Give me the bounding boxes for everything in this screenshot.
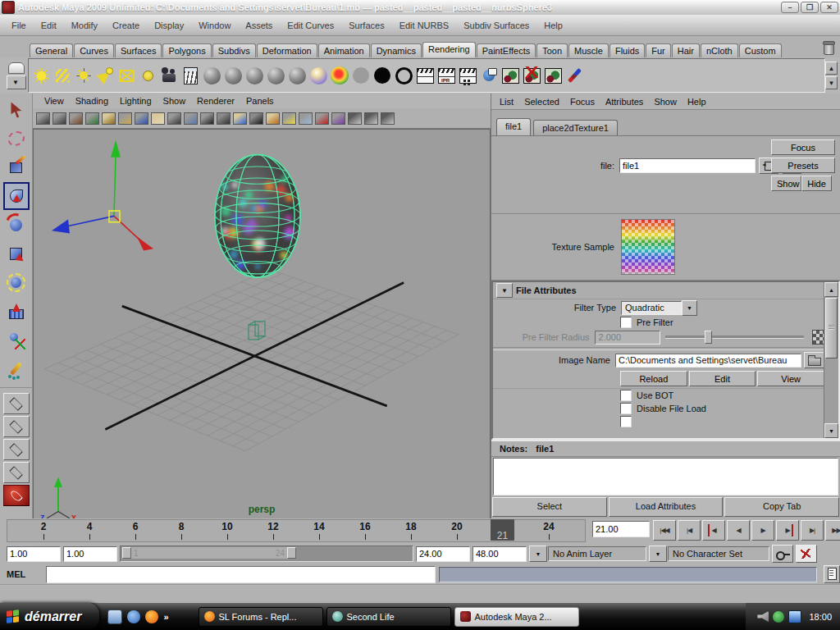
shelf-tab-custom[interactable]: Custom: [739, 43, 782, 57]
play-forwards-icon[interactable]: ▶: [751, 520, 774, 541]
task-second-life[interactable]: Second Life: [326, 607, 451, 627]
shelf-tab-fur[interactable]: Fur: [646, 43, 671, 57]
ae-tab-place2dtexture1[interactable]: place2dTexture1: [533, 120, 618, 135]
scroll-down-icon[interactable]: ▼: [824, 423, 838, 438]
auto-keyframe-icon[interactable]: [796, 545, 817, 563]
shelf-ramp-shader-icon[interactable]: [308, 62, 329, 89]
shelf-tab-muscle[interactable]: Muscle: [568, 43, 609, 57]
shelf-batch-render-icon[interactable]: [457, 62, 478, 89]
playback-end-input[interactable]: [416, 546, 470, 562]
menu-help[interactable]: Help: [537, 19, 569, 32]
viewport-camera-icon[interactable]: [36, 112, 50, 125]
shelf-tab-animation[interactable]: Animation: [318, 43, 370, 57]
range-slider-track[interactable]: 1 24: [120, 546, 413, 562]
viewport-leaf-icon[interactable]: [85, 112, 99, 125]
shelf-camera-icon[interactable]: [158, 62, 180, 89]
footer-load-attributes[interactable]: Load Attributes: [609, 497, 724, 517]
shelf-render-current-frame-icon[interactable]: [414, 62, 436, 89]
toolbox-scale-tool-icon[interactable]: [3, 240, 30, 267]
shelf-ring-swatch-icon[interactable]: [393, 62, 414, 89]
shelf-ipr-render-icon[interactable]: [436, 62, 457, 89]
frame-tick-20[interactable]: 20: [434, 520, 480, 541]
menu-subdiv-surfaces[interactable]: Subdiv Surfaces: [457, 19, 536, 32]
viewport-lightbulb-icon[interactable]: [282, 112, 296, 125]
viewport-film-icon[interactable]: [118, 112, 132, 125]
footer-select[interactable]: Select: [492, 497, 607, 517]
mel-label[interactable]: MEL: [7, 569, 43, 579]
set-key-icon[interactable]: [772, 545, 793, 563]
frame-tick-24[interactable]: 24: [526, 520, 572, 541]
frame-tick-8[interactable]: 8: [158, 520, 204, 541]
menu-edit-curves[interactable]: Edit Curves: [281, 19, 340, 32]
toolbox-show-manipulator-tool-icon[interactable]: [3, 326, 30, 354]
quicklaunch-mail-icon[interactable]: [107, 609, 122, 624]
slider-thumb[interactable]: [705, 331, 712, 344]
ae-tab-file1[interactable]: file1: [496, 118, 531, 135]
shelf-tab-dynamics[interactable]: Dynamics: [371, 43, 422, 57]
viewport-blue-cube-icon[interactable]: [233, 112, 247, 125]
collapse-arrow-icon[interactable]: ▼: [496, 283, 513, 298]
shelf-gray-swatch-icon[interactable]: [350, 62, 372, 89]
viewport-text-tool-icon[interactable]: [200, 112, 214, 125]
edit-button[interactable]: Edit: [689, 371, 756, 386]
shelf-tab-fluids[interactable]: Fluids: [609, 43, 645, 57]
layout-four-pane-button[interactable]: [3, 416, 30, 437]
viewport-menu-renderer[interactable]: Renderer: [197, 96, 235, 106]
current-time-input[interactable]: [592, 521, 650, 537]
viewport-beige-circle-icon[interactable]: [151, 112, 165, 125]
ae-menu-focus[interactable]: Focus: [570, 97, 595, 107]
start-button[interactable]: démarrer: [0, 603, 99, 630]
range-end-handle[interactable]: [287, 547, 296, 559]
viewport-wire-cube-icon[interactable]: [217, 112, 231, 125]
go-to-end-icon[interactable]: ▶▶|: [825, 520, 840, 541]
shelf-menu-arrow-icon[interactable]: [7, 75, 26, 89]
shelf-spot-light-icon[interactable]: [94, 62, 116, 89]
shelf-tab-painteffects[interactable]: PaintEffects: [477, 43, 536, 57]
script-editor-icon[interactable]: [824, 565, 840, 583]
viewport-menu-view[interactable]: View: [44, 96, 64, 106]
show-button[interactable]: Show: [771, 176, 801, 191]
shelf-tab-general[interactable]: General: [30, 43, 73, 57]
shelf-tab-subdivs[interactable]: Subdivs: [212, 43, 256, 57]
browse-folder-icon[interactable]: [804, 352, 824, 368]
layout-persp-outliner-button[interactable]: [3, 439, 30, 460]
viewport-menu-shading[interactable]: Shading: [75, 96, 108, 106]
menu-edit[interactable]: Edit: [34, 19, 63, 32]
hide-button[interactable]: Hide: [801, 176, 832, 191]
frame-tick-6[interactable]: 6: [112, 520, 158, 541]
frame-tick-16[interactable]: 16: [342, 520, 388, 541]
viewport-frame-icon[interactable]: [364, 112, 378, 125]
shelf-lambert-shader-icon[interactable]: [244, 62, 265, 89]
frame-tick-14[interactable]: 14: [296, 520, 342, 541]
scroll-up-icon[interactable]: ▲: [824, 282, 838, 297]
play-backwards-icon[interactable]: ◀: [727, 520, 750, 541]
tray-network-icon[interactable]: [788, 610, 801, 623]
cropped-checkbox[interactable]: [620, 416, 632, 427]
restore-button[interactable]: ❒: [801, 2, 819, 13]
shelf-tab-hair[interactable]: Hair: [672, 43, 700, 57]
shelf-ambient-light-icon[interactable]: [30, 62, 52, 89]
viewport-canvas[interactable]: zx persp: [33, 129, 491, 519]
viewport-boxes-icon[interactable]: [184, 112, 198, 125]
menu-create[interactable]: Create: [106, 19, 146, 32]
shelf-tab-deformation[interactable]: Deformation: [257, 43, 317, 57]
focus-button[interactable]: Focus: [771, 139, 835, 155]
toolbox-soft-modification-tool-icon[interactable]: [3, 297, 30, 325]
shelf-tab-ncloth[interactable]: nCloth: [701, 43, 738, 57]
frame-tick-10[interactable]: 10: [204, 520, 250, 541]
viewport-camera-settings-icon[interactable]: [52, 112, 66, 125]
shelf-tab-surfaces[interactable]: Surfaces: [115, 43, 162, 57]
chevron-icon[interactable]: »: [163, 612, 168, 622]
anim-layer-selector[interactable]: ▼ No Anim Layer: [529, 546, 646, 562]
viewport-sphere-box-icon[interactable]: [348, 112, 362, 125]
menu-modify[interactable]: Modify: [65, 19, 104, 32]
quicklaunch-ie-icon[interactable]: [127, 610, 140, 623]
shelf-rgb-shader-icon[interactable]: [329, 62, 350, 89]
range-start-handle[interactable]: [122, 547, 131, 559]
time-slider[interactable]: 24681012141618202224 21 |◀◀|◀◀◀▶▶▶|▶▶|: [0, 518, 840, 543]
shelf-directional-light-icon[interactable]: [52, 62, 73, 89]
shelf-black-swatch-icon[interactable]: [372, 62, 393, 89]
image-name-field[interactable]: C:\Documents and Settings\servet\Bureau: [615, 354, 801, 368]
menu-surfaces[interactable]: Surfaces: [342, 19, 390, 32]
ae-menu-attributes[interactable]: Attributes: [605, 97, 643, 107]
